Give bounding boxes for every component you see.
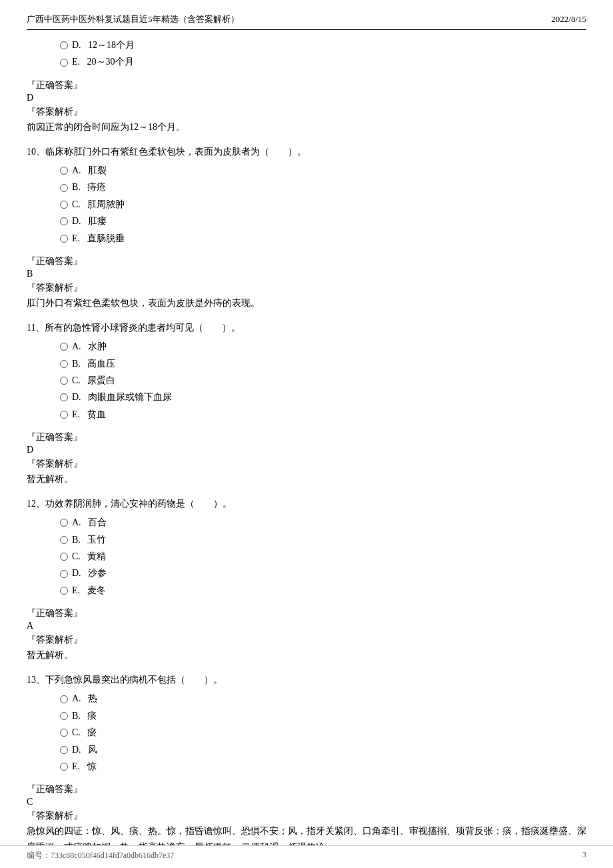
question-13: 13、下列急惊风最突出的病机不包括（ ）。 A. 热 B. 痰 C. 瘀 D. … bbox=[27, 673, 586, 774]
q13-option-b: B. 痰 bbox=[60, 709, 586, 723]
q12-option-c-label: C. 黄精 bbox=[72, 549, 106, 564]
radio-icon bbox=[60, 729, 68, 737]
analysis-label-13: 『答案解析』 bbox=[27, 810, 586, 822]
footer-code: 编号：733c88c050f46d14fd7a0db616db7e37 bbox=[27, 850, 174, 861]
question-11-text: 11、所有的急性肾小球肾炎的患者均可见（ ）。 bbox=[27, 321, 586, 335]
q11-option-a-label: A. 水肿 bbox=[72, 339, 107, 354]
q10-option-b-label: B. 痔疮 bbox=[72, 180, 106, 195]
radio-icon bbox=[60, 746, 68, 754]
option-d-label: D. 12～18个月 bbox=[72, 38, 135, 53]
q13-option-d: D. 风 bbox=[60, 743, 586, 757]
question-10-text: 10、临床称肛门外口有紫红色柔软包块，表面为皮肤者为（ ）。 bbox=[27, 145, 586, 159]
radio-icon bbox=[60, 167, 68, 175]
radio-icon bbox=[60, 536, 68, 544]
analysis-label-10: 『答案解析』 bbox=[27, 282, 586, 294]
question-10: 10、临床称肛门外口有紫红色柔软包块，表面为皮肤者为（ ）。 A. 肛裂 B. … bbox=[27, 145, 586, 246]
analysis-text: 前囟正常的闭合时间应为12～18个月。 bbox=[27, 119, 586, 135]
q12-option-b-label: B. 玉竹 bbox=[72, 533, 106, 547]
q13-option-a-label: A. 热 bbox=[72, 691, 97, 706]
q12-option-a: A. 百合 bbox=[60, 515, 586, 530]
q11-option-a: A. 水肿 bbox=[60, 339, 586, 354]
q10-option-a-label: A. 肛裂 bbox=[72, 163, 107, 178]
radio-icon bbox=[60, 695, 68, 703]
q13-option-c: C. 瘀 bbox=[60, 725, 586, 740]
answer-label-11: 『正确答案』 bbox=[27, 431, 586, 443]
q11-option-b: B. 高血压 bbox=[60, 357, 586, 371]
answer-label-13: 『正确答案』 bbox=[27, 783, 586, 795]
q12-option-a-label: A. 百合 bbox=[72, 515, 107, 530]
radio-icon bbox=[60, 201, 68, 209]
question-13-text: 13、下列急惊风最突出的病机不包括（ ）。 bbox=[27, 673, 586, 687]
q11-option-b-label: B. 高血压 bbox=[72, 357, 115, 371]
q13-option-b-label: B. 痰 bbox=[72, 709, 97, 723]
answer-label-12: 『正确答案』 bbox=[27, 607, 586, 619]
q12-option-c: C. 黄精 bbox=[60, 549, 586, 564]
radio-icon bbox=[60, 360, 68, 368]
q13-option-e-label: E. 惊 bbox=[72, 759, 97, 774]
q10-option-a: A. 肛裂 bbox=[60, 163, 586, 178]
question-11: 11、所有的急性肾小球肾炎的患者均可见（ ）。 A. 水肿 B. 高血压 C. … bbox=[27, 321, 586, 422]
answer-section-10: 『正确答案』 B 『答案解析』 肛门外口有紫红色柔软包块，表面为皮肤是外痔的表现… bbox=[27, 255, 586, 311]
answer-value-13: C bbox=[27, 797, 586, 807]
page-header: 广西中医药中医外科复试题目近5年精选（含答案解析） 2022/8/15 bbox=[27, 13, 586, 30]
q13-option-c-label: C. 瘀 bbox=[72, 725, 97, 740]
q12-option-b: B. 玉竹 bbox=[60, 533, 586, 547]
question-12-text: 12、功效养阴润肺，清心安神的药物是（ ）。 bbox=[27, 497, 586, 511]
q13-option-a: A. 热 bbox=[60, 691, 586, 706]
radio-icon bbox=[60, 519, 68, 527]
analysis-text-12: 暂无解析。 bbox=[27, 647, 586, 663]
answer-section-12: 『正确答案』 A 『答案解析』 暂无解析。 bbox=[27, 607, 586, 663]
q11-option-d-label: D. 肉眼血尿或镜下血尿 bbox=[72, 390, 172, 405]
q11-option-c: C. 尿蛋白 bbox=[60, 373, 586, 388]
header-title: 广西中医药中医外科复试题目近5年精选（含答案解析） bbox=[27, 13, 239, 25]
option-e-partial: E. 20～30个月 bbox=[60, 55, 586, 69]
analysis-label-12: 『答案解析』 bbox=[27, 634, 586, 646]
q12-option-d-label: D. 沙参 bbox=[72, 566, 107, 581]
q10-option-b: B. 痔疮 bbox=[60, 180, 586, 195]
answer-section-partial: 『正确答案』 D 『答案解析』 前囟正常的闭合时间应为12～18个月。 bbox=[27, 79, 586, 135]
radio-icon bbox=[60, 59, 68, 67]
analysis-label: 『答案解析』 bbox=[27, 106, 586, 118]
page-footer: 编号：733c88c050f46d14fd7a0db616db7e37 3 bbox=[0, 845, 613, 861]
footer-page: 3 bbox=[582, 850, 586, 861]
radio-icon bbox=[60, 393, 68, 401]
radio-icon bbox=[60, 235, 68, 243]
page-container: 广西中医药中医外科复试题目近5年精选（含答案解析） 2022/8/15 D. 1… bbox=[0, 0, 613, 868]
answer-label: 『正确答案』 bbox=[27, 79, 586, 91]
q11-option-e: E. 贫血 bbox=[60, 407, 586, 422]
answer-value-12: A bbox=[27, 621, 586, 631]
q12-option-e-label: E. 麦冬 bbox=[72, 583, 106, 598]
q10-option-d-label: D. 肛瘘 bbox=[72, 214, 107, 229]
radio-icon bbox=[60, 587, 68, 595]
option-d-partial: D. 12～18个月 bbox=[60, 38, 586, 53]
q13-option-e: E. 惊 bbox=[60, 759, 586, 774]
answer-label-10: 『正确答案』 bbox=[27, 255, 586, 267]
q12-option-d: D. 沙参 bbox=[60, 566, 586, 581]
radio-icon bbox=[60, 217, 68, 225]
q12-option-e: E. 麦冬 bbox=[60, 583, 586, 598]
radio-icon bbox=[60, 343, 68, 351]
answer-value: D bbox=[27, 93, 586, 103]
answer-section-11: 『正确答案』 D 『答案解析』 暂无解析。 bbox=[27, 431, 586, 487]
analysis-text-10: 肛门外口有紫红色柔软包块，表面为皮肤是外痔的表现。 bbox=[27, 295, 586, 311]
q10-option-e: E. 直肠脱垂 bbox=[60, 231, 586, 246]
radio-icon bbox=[60, 377, 68, 385]
radio-icon bbox=[60, 411, 68, 419]
answer-value-11: D bbox=[27, 445, 586, 455]
q10-option-d: D. 肛瘘 bbox=[60, 214, 586, 229]
radio-icon bbox=[60, 41, 68, 49]
radio-icon bbox=[60, 553, 68, 561]
q10-option-c-label: C. 肛周脓肿 bbox=[72, 197, 125, 212]
answer-value-10: B bbox=[27, 269, 586, 279]
question-partial: D. 12～18个月 E. 20～30个月 bbox=[27, 38, 586, 70]
q11-option-d: D. 肉眼血尿或镜下血尿 bbox=[60, 390, 586, 405]
radio-icon bbox=[60, 184, 68, 192]
radio-icon bbox=[60, 712, 68, 720]
q11-option-e-label: E. 贫血 bbox=[72, 407, 106, 422]
q11-option-c-label: C. 尿蛋白 bbox=[72, 373, 115, 388]
q10-option-e-label: E. 直肠脱垂 bbox=[72, 231, 125, 246]
analysis-label-11: 『答案解析』 bbox=[27, 458, 586, 470]
analysis-text-11: 暂无解析。 bbox=[27, 471, 586, 487]
option-e-label: E. 20～30个月 bbox=[72, 55, 134, 69]
header-date: 2022/8/15 bbox=[551, 14, 586, 25]
